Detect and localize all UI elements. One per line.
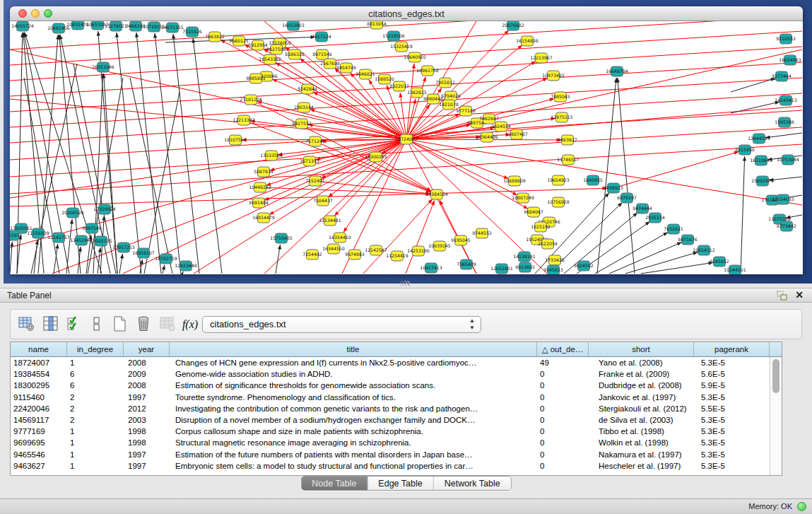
graph-node[interactable]: 16782759 <box>155 254 177 264</box>
graph-node[interactable]: 15276021 <box>105 21 127 31</box>
graph-node[interactable]: 7515526 <box>182 27 202 37</box>
column-header-pagerank[interactable]: pagerank <box>694 342 770 356</box>
column-header-in_degree[interactable]: in_degree <box>67 342 124 356</box>
graph-node[interactable]: 20206526 <box>61 208 84 218</box>
graph-node[interactable]: 1733426 <box>545 255 565 265</box>
graph-node[interactable]: 12142757 <box>47 233 70 243</box>
graph-node[interactable]: 9210553 <box>776 34 796 44</box>
graph-node[interactable]: 12923448 <box>175 261 197 271</box>
close-panel-icon[interactable]: ✕ <box>795 289 804 300</box>
show-columns-button[interactable] <box>41 315 61 334</box>
graph-node[interactable]: 7152401 <box>305 176 325 186</box>
graph-node[interactable]: 11746507 <box>557 155 579 165</box>
table-scrollbar[interactable] <box>770 357 782 475</box>
graph-node[interactable]: 9427552 <box>292 119 312 129</box>
tab-network-table[interactable]: Network Table <box>434 477 511 490</box>
function-builder-button[interactable]: f(x) <box>180 315 200 334</box>
graph-node[interactable]: 14253190 <box>407 246 430 256</box>
graph-node[interactable]: 12142547 <box>365 245 387 255</box>
graph-node[interactable]: 10654112 <box>693 245 715 255</box>
citation-network-graph[interactable]: 1405572420691406208314761065328715276021… <box>10 21 803 274</box>
graph-node[interactable]: 7254402 <box>302 250 322 259</box>
graph-node[interactable]: 9824502 <box>574 261 594 271</box>
graph-node[interactable]: 16210643 <box>750 156 772 165</box>
graph-node[interactable]: 9245652 <box>710 257 729 267</box>
column-header-year[interactable]: year <box>124 342 170 356</box>
graph-node[interactable]: 2935114 <box>645 213 665 223</box>
graph-node[interactable]: 16640910 <box>404 52 426 62</box>
graph-node[interactable]: 19384554 <box>425 189 448 199</box>
graph-node[interactable]: 10807487 <box>505 129 528 139</box>
graph-node[interactable]: 15218506 <box>382 31 405 41</box>
graph-node[interactable]: 15325419 <box>390 42 413 52</box>
graph-node[interactable]: 10244501 <box>724 265 746 274</box>
graph-node[interactable]: 12444195 <box>748 134 770 144</box>
graph-node[interactable]: 14243413 <box>775 95 797 105</box>
graph-node[interactable]: 8186328 <box>285 49 305 59</box>
column-header-out_de[interactable]: △ out_de… <box>537 342 589 356</box>
table-selector-dropdown[interactable]: citations_edges.txt ▲▼ <box>202 316 481 333</box>
graph-node[interactable]: 8322037 <box>389 81 409 91</box>
graph-node[interactable]: 8938923 <box>604 183 623 193</box>
graph-node[interactable]: 3671353 <box>300 156 319 166</box>
table-row[interactable]: 1830029562008Estimation of significance … <box>11 380 770 391</box>
graph-node[interactable]: 12975115 <box>551 112 573 122</box>
import-table-button-disabled[interactable] <box>158 315 177 334</box>
graph-node[interactable]: 10688609 <box>503 176 526 186</box>
graph-node[interactable]: 9195045 <box>451 235 471 245</box>
delete-table-button[interactable] <box>134 315 153 334</box>
graph-node[interactable]: 1615192 <box>531 222 551 232</box>
graph-node[interactable]: 16543362 <box>259 54 281 64</box>
graph-node[interactable]: 16053803 <box>282 21 305 30</box>
graph-node[interactable]: 5912954 <box>248 40 268 50</box>
graph-node[interactable]: 12213967 <box>530 53 553 63</box>
table-row[interactable]: 946554611997Estimation of the future num… <box>11 449 770 460</box>
table-row[interactable]: 1872400712008Changes of HCN gene express… <box>11 357 770 368</box>
graph-node[interactable]: 9684067 <box>524 207 543 217</box>
table-row[interactable]: 911546021997Tourette syndrome. Phenomeno… <box>11 392 770 403</box>
graph-node[interactable]: 13505135 <box>90 236 112 246</box>
graph-node[interactable]: 8813054 <box>367 21 387 29</box>
panel-resize-grip[interactable] <box>400 281 410 286</box>
graph-node[interactable]: 16344550 <box>322 244 345 254</box>
graph-node[interactable]: 16914479 <box>252 213 275 223</box>
graph-node[interactable]: 11254419 <box>386 251 408 261</box>
graph-node[interactable]: 11156839 <box>27 228 49 238</box>
graph-node[interactable]: 12534491 <box>319 216 341 226</box>
graph-node[interactable]: 20831476 <box>66 21 89 30</box>
graph-node[interactable]: 10753044 <box>777 155 799 165</box>
graph-node[interactable]: 14055724 <box>11 21 34 31</box>
graph-node[interactable]: 1640955 <box>583 175 603 185</box>
column-header-short[interactable]: short <box>589 342 694 356</box>
float-panel-icon[interactable] <box>777 291 788 301</box>
graph-node[interactable]: 7504437 <box>313 196 333 206</box>
column-header-name[interactable]: name <box>11 342 67 356</box>
graph-node[interactable]: 15718485 <box>270 233 293 243</box>
graph-node[interactable]: 8013603 <box>515 262 535 272</box>
graph-node[interactable]: 9895801 <box>246 74 266 83</box>
graph-node[interactable]: 13533594 <box>260 151 283 160</box>
graph-node[interactable]: 16154838 <box>516 36 539 46</box>
graph-node[interactable]: 20876682 <box>502 21 524 30</box>
graph-node[interactable]: 6773442 <box>777 221 796 231</box>
table-row[interactable]: 969969511998Structural magnetic resonanc… <box>11 437 770 448</box>
graph-node[interactable]: 16958107 <box>132 248 155 258</box>
graph-node[interactable]: 1588520 <box>375 74 394 84</box>
row-height-button[interactable] <box>87 315 107 334</box>
graph-node[interactable]: 7485063 <box>551 92 570 102</box>
column-header-title[interactable]: title <box>170 342 537 356</box>
graph-node[interactable]: 8971546 <box>312 49 332 59</box>
graph-node[interactable]: 10756928 <box>547 197 570 207</box>
graph-node[interactable]: 9463627 <box>558 135 577 145</box>
graph-node[interactable]: 10417413 <box>420 263 442 273</box>
graph-node[interactable]: 14138141 <box>513 252 536 262</box>
graph-node[interactable]: 19654923 <box>547 175 570 185</box>
graph-node[interactable]: 11451944 <box>70 235 93 245</box>
table-row[interactable]: 1938455462009Genome-wide association stu… <box>11 368 770 380</box>
graph-node[interactable]: 26053346 <box>92 62 114 72</box>
select-rows-button[interactable] <box>64 315 84 334</box>
graph-node[interactable]: 16648784 <box>606 66 628 76</box>
graph-node[interactable]: 7955812 <box>435 78 455 88</box>
graph-node[interactable]: 7557224 <box>312 32 331 42</box>
table-row[interactable]: 1456911722003Disruption of a novel membe… <box>11 414 770 426</box>
